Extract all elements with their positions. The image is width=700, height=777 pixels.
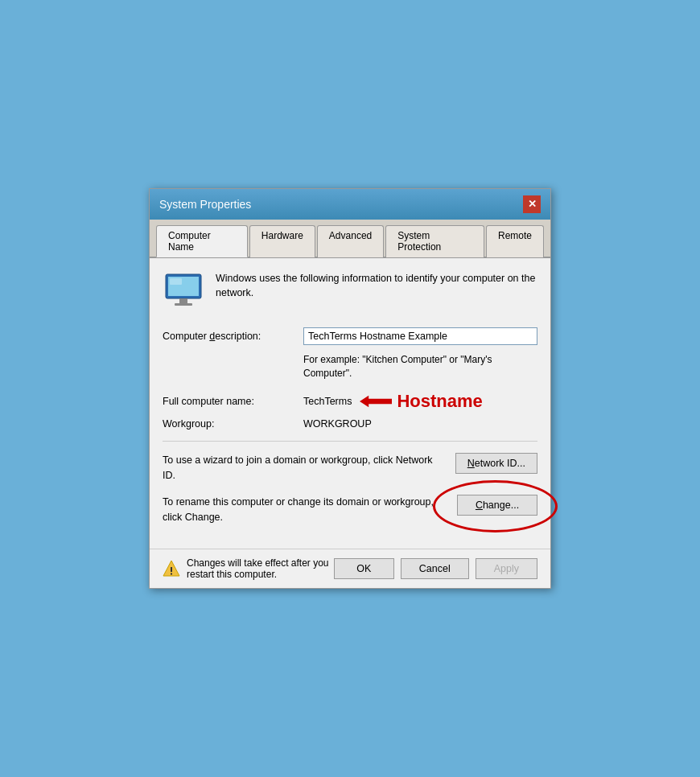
tab-advanced[interactable]: Advanced bbox=[317, 225, 384, 257]
tab-system-protection[interactable]: System Protection bbox=[385, 225, 484, 257]
fullname-label: Full computer name: bbox=[163, 396, 303, 407]
arrow-icon bbox=[360, 393, 392, 409]
network-section: To use a wizard to join a domain or work… bbox=[163, 453, 537, 483]
info-text: Windows uses the following information t… bbox=[216, 271, 537, 302]
info-section: Windows uses the following information t… bbox=[163, 271, 537, 313]
svg-rect-4 bbox=[170, 278, 182, 285]
action-buttons: OK Cancel Apply bbox=[334, 558, 537, 579]
workgroup-row: Workgroup: WORKGROUP bbox=[163, 418, 537, 430]
warning-icon bbox=[163, 560, 180, 578]
cancel-button[interactable]: Cancel bbox=[401, 558, 469, 579]
workgroup-label: Workgroup: bbox=[163, 418, 303, 430]
system-properties-dialog: System Properties ✕ Computer Name Hardwa… bbox=[149, 188, 551, 590]
apply-button[interactable]: Apply bbox=[476, 558, 537, 579]
tab-content: Windows uses the following information t… bbox=[150, 258, 550, 549]
bottom-bar: Changes will take effect after you resta… bbox=[150, 549, 550, 588]
warning-text: Changes will take effect after you resta… bbox=[187, 557, 334, 580]
description-row: Computer description: bbox=[163, 327, 537, 345]
fullname-row: Full computer name: TechTerms Hostname bbox=[163, 391, 537, 412]
tab-computer-name[interactable]: Computer Name bbox=[156, 225, 248, 257]
hostname-annotation: Hostname bbox=[397, 391, 482, 412]
description-hint: For example: "Kitchen Computer" or "Mary… bbox=[303, 353, 537, 380]
change-button-wrapper: Change... bbox=[457, 495, 537, 516]
ok-button[interactable]: OK bbox=[334, 558, 394, 579]
change-button[interactable]: Change... bbox=[457, 495, 537, 516]
svg-rect-7 bbox=[171, 567, 172, 572]
hostname-arrow: Hostname bbox=[360, 391, 482, 412]
tab-remote[interactable]: Remote bbox=[486, 225, 544, 257]
divider-1 bbox=[163, 441, 537, 442]
tab-hardware[interactable]: Hardware bbox=[249, 225, 315, 257]
svg-marker-5 bbox=[360, 396, 392, 407]
warning-row: Changes will take effect after you resta… bbox=[163, 557, 334, 580]
dialog-title: System Properties bbox=[159, 198, 251, 211]
close-button[interactable]: ✕ bbox=[523, 195, 541, 213]
change-section: To rename this computer or change its do… bbox=[163, 495, 537, 525]
network-id-button[interactable]: Network ID... bbox=[455, 453, 537, 474]
computer-icon bbox=[163, 271, 204, 313]
svg-rect-2 bbox=[179, 298, 187, 303]
network-text: To use a wizard to join a domain or work… bbox=[163, 453, 444, 483]
workgroup-value: WORKGROUP bbox=[303, 418, 372, 430]
description-input[interactable] bbox=[303, 327, 537, 345]
svg-rect-8 bbox=[171, 574, 172, 575]
hostname-row: TechTerms Hostname bbox=[303, 391, 483, 412]
fullname-value: TechTerms bbox=[303, 396, 352, 407]
tab-bar: Computer Name Hardware Advanced System P… bbox=[150, 220, 550, 258]
description-label: Computer description: bbox=[163, 327, 303, 342]
change-text: To rename this computer or change its do… bbox=[163, 495, 444, 525]
title-bar: System Properties ✕ bbox=[150, 189, 550, 220]
svg-rect-3 bbox=[175, 303, 192, 306]
